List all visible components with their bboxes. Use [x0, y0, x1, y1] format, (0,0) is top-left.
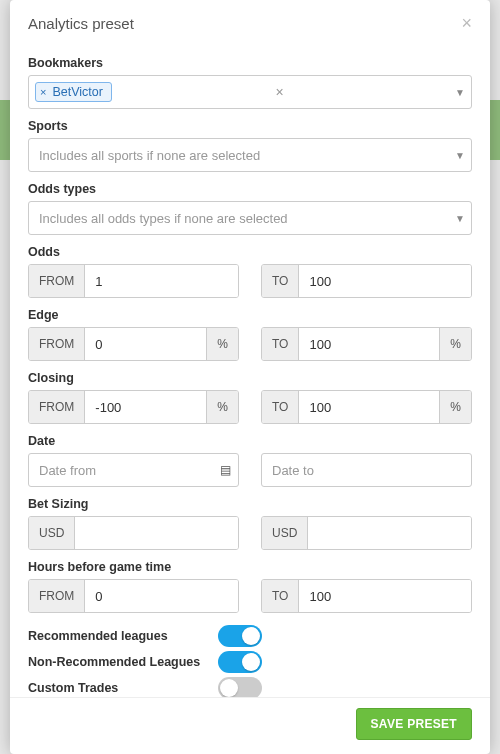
tag-remove-icon[interactable]: ×	[40, 86, 46, 98]
sports-placeholder: Includes all sports if none are selected	[35, 148, 260, 163]
edge-from-input[interactable]	[85, 328, 206, 360]
odds-types-label: Odds types	[28, 182, 472, 196]
percent-addon: %	[439, 391, 471, 423]
sports-label: Sports	[28, 119, 472, 133]
chevron-down-icon[interactable]: ▼	[455, 150, 465, 161]
calendar-icon[interactable]: ▤	[220, 463, 231, 477]
recommended-leagues-label: Recommended leagues	[28, 629, 218, 643]
modal-body: Bookmakers × BetVictor × ▼ Sports Includ…	[10, 40, 490, 697]
hours-from-input[interactable]	[85, 580, 238, 612]
odds-from-input[interactable]	[85, 265, 238, 297]
edge-to-group: TO %	[261, 327, 472, 361]
modal-header: Analytics preset ×	[10, 0, 490, 40]
chevron-down-icon[interactable]: ▼	[455, 87, 465, 98]
to-addon: TO	[262, 580, 299, 612]
bookmakers-select[interactable]: × BetVictor × ▼	[28, 75, 472, 109]
date-from-input[interactable]	[28, 453, 239, 487]
odds-types-placeholder: Includes all odds types if none are sele…	[35, 211, 288, 226]
closing-to-group: TO %	[261, 390, 472, 424]
percent-addon: %	[206, 328, 238, 360]
edge-from-group: FROM %	[28, 327, 239, 361]
closing-from-group: FROM %	[28, 390, 239, 424]
bet-sizing-to-group: USD	[261, 516, 472, 550]
custom-trades-label: Custom Trades	[28, 681, 218, 695]
hours-from-group: FROM	[28, 579, 239, 613]
analytics-preset-modal: Analytics preset × Bookmakers × BetVicto…	[10, 0, 490, 754]
edge-to-input[interactable]	[299, 328, 439, 360]
from-addon: FROM	[29, 265, 85, 297]
hours-to-input[interactable]	[299, 580, 471, 612]
chevron-down-icon[interactable]: ▼	[455, 213, 465, 224]
bet-sizing-from-input[interactable]	[75, 517, 238, 549]
from-addon: FROM	[29, 580, 85, 612]
bet-sizing-label: Bet Sizing	[28, 497, 472, 511]
non-recommended-leagues-label: Non-Recommended Leagues	[28, 655, 218, 669]
currency-addon: USD	[29, 517, 75, 549]
to-addon: TO	[262, 328, 299, 360]
modal-footer: SAVE PRESET	[10, 697, 490, 754]
bet-sizing-from-group: USD	[28, 516, 239, 550]
bet-sizing-to-input[interactable]	[308, 517, 471, 549]
closing-from-input[interactable]	[85, 391, 206, 423]
date-label: Date	[28, 434, 472, 448]
non-recommended-leagues-toggle[interactable]	[218, 651, 262, 673]
save-preset-button[interactable]: SAVE PRESET	[356, 708, 472, 740]
from-addon: FROM	[29, 328, 85, 360]
odds-from-group: FROM	[28, 264, 239, 298]
sports-select[interactable]: Includes all sports if none are selected…	[28, 138, 472, 172]
currency-addon: USD	[262, 517, 308, 549]
custom-trades-toggle[interactable]	[218, 677, 262, 697]
hours-label: Hours before game time	[28, 560, 472, 574]
closing-to-input[interactable]	[299, 391, 439, 423]
bookmaker-tag: × BetVictor	[35, 82, 112, 102]
hours-to-group: TO	[261, 579, 472, 613]
closing-label: Closing	[28, 371, 472, 385]
odds-label: Odds	[28, 245, 472, 259]
odds-types-select[interactable]: Includes all odds types if none are sele…	[28, 201, 472, 235]
edge-label: Edge	[28, 308, 472, 322]
bookmakers-label: Bookmakers	[28, 56, 472, 70]
odds-to-group: TO	[261, 264, 472, 298]
from-addon: FROM	[29, 391, 85, 423]
tag-label: BetVictor	[52, 85, 103, 99]
percent-addon: %	[206, 391, 238, 423]
odds-to-input[interactable]	[299, 265, 471, 297]
close-icon[interactable]: ×	[461, 14, 472, 32]
clear-all-icon[interactable]: ×	[275, 84, 283, 100]
date-to-input[interactable]	[261, 453, 472, 487]
to-addon: TO	[262, 265, 299, 297]
modal-title: Analytics preset	[28, 15, 134, 32]
recommended-leagues-toggle[interactable]	[218, 625, 262, 647]
to-addon: TO	[262, 391, 299, 423]
percent-addon: %	[439, 328, 471, 360]
